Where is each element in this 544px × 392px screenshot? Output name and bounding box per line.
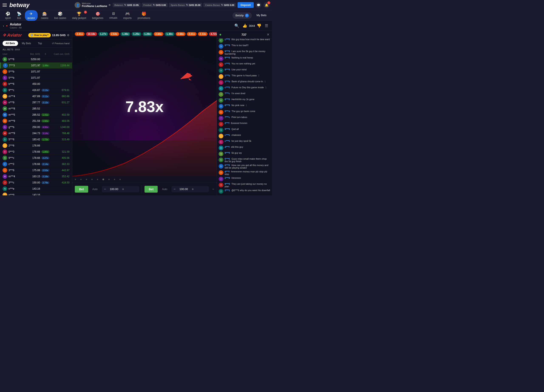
online-dot — [219, 34, 221, 36]
chat-message-content: 7***c Pink turn taboo — [225, 116, 270, 119]
back-button[interactable]: ‹ — [3, 24, 4, 27]
favorite-button[interactable]: ♥ — [6, 24, 8, 27]
top-header: betway 👤 Welcome FirstName LastName 👁 Ba… — [0, 0, 272, 10]
chat-header: 737 ✕ — [217, 31, 272, 38]
chat-close-button[interactable]: ✕ — [267, 33, 269, 36]
user-cell: 7 7***3 — [3, 63, 22, 68]
nav-casino[interactable]: 🎰 casino — [38, 10, 51, 21]
bet-amount: 1071.97 — [21, 76, 40, 79]
nav-daily-jackpot[interactable]: 🏆 daily jackpot 0 — [70, 10, 89, 21]
username: 5***b — [8, 76, 14, 79]
chat-title: 737 — [241, 33, 246, 36]
user-cell: M m***8 — [3, 106, 21, 111]
chat-text: Quit all — [231, 128, 239, 130]
list-item: 9 9***9 I am sure the 5k guy it be money… — [219, 50, 270, 55]
cashout-amount: 1240.00 — [51, 126, 70, 129]
nav-live-casino[interactable]: 🎲 live casino — [52, 10, 69, 21]
search-icon[interactable]: 🔍 — [234, 23, 240, 29]
list-item: 9 9***9 They are just taking our money n… — [219, 183, 270, 188]
nav-aviator[interactable]: ✈ aviator — [25, 10, 38, 21]
user-cell: 5 5***b — [3, 76, 21, 80]
how-to-play-button[interactable]: 🔘 How to play? — [28, 33, 51, 37]
multiplier-badge: 1.80x — [41, 150, 50, 153]
tab-my-bets[interactable]: My Bets — [19, 41, 34, 46]
nav-esports[interactable]: 🎮 esports — [121, 10, 134, 21]
timeline-dot — [108, 179, 110, 180]
nav-virtuals[interactable]: 🖥 virtuals — [107, 10, 120, 21]
user-cell: M m***4 — [3, 94, 21, 99]
tab-all-bets[interactable]: All Bets — [3, 41, 18, 46]
table-row: C c***3 178.66 2.14x 382.33 — [0, 161, 72, 167]
bet-amount-input[interactable] — [108, 188, 120, 191]
chat-icon[interactable]: 💬 — [255, 2, 261, 8]
username: m***4 — [8, 175, 15, 178]
prev-hand-button[interactable]: ↺ Previous hand — [52, 41, 70, 46]
cashout-amount: 402.59 — [51, 113, 70, 116]
balance-item[interactable]: Balance: ↻ GHS 13.95 — [113, 3, 140, 7]
nav-sport[interactable]: ⚽ sport — [3, 10, 13, 21]
multiplier-badge: 2.79x — [41, 181, 50, 184]
multiplier-badge: 1.92x — [41, 119, 50, 122]
dislike-button[interactable]: 👎 — [256, 23, 262, 29]
nav-promotions[interactable]: 🎁 promotions — [135, 10, 153, 21]
user-cell: 3 3***6 — [3, 168, 21, 173]
nav-betgames[interactable]: 🎯 betgames — [89, 10, 106, 21]
prev-hand-label: Previous hand — [55, 42, 70, 45]
user-cell: C c***3 — [3, 162, 21, 166]
betslip-button[interactable]: Betslip 0 — [232, 12, 252, 19]
decrease-bet-2[interactable]: − — [174, 187, 176, 191]
menu-button[interactable] — [3, 4, 7, 6]
avatar: B — [3, 82, 7, 86]
decrease-bet[interactable]: − — [104, 187, 106, 191]
breadcrumb-info: Aviator Casino › All — [10, 23, 22, 29]
casino-link[interactable]: Casino — [10, 26, 17, 29]
list-item: 0 0***d The guy go bank come — [219, 110, 270, 115]
username: b***6 — [8, 83, 14, 85]
sports-bonus-item[interactable]: Sports Bonus: ↻ GHS 20.00 — [169, 3, 202, 7]
multiplier-pill: 1.25x — [131, 32, 141, 36]
user-cell: M m***9 — [3, 119, 21, 123]
bet-amount-input-2[interactable] — [177, 188, 190, 191]
chat-text: Nothing is real herep — [231, 56, 253, 59]
avatar: 9 — [3, 156, 7, 160]
chat-username: 8***0 — [225, 98, 230, 101]
bet-button-1[interactable]: Bet — [75, 186, 88, 193]
multiplier-cell: 2.53x — [40, 169, 51, 172]
chat-message-content: 9***9 I am sure the 5k guy it be money l… — [225, 50, 270, 55]
username: 9***c — [8, 156, 14, 160]
chat-username: 6***6 — [225, 158, 230, 160]
chat-username: 9***9 — [225, 50, 230, 53]
all-link[interactable]: All — [19, 26, 22, 29]
chat-message-content: c***5 this guy kraa how much he dew want — [225, 38, 270, 41]
chat-username: 1***b — [225, 80, 230, 83]
notification-icon[interactable]: 🔔 1 — [264, 2, 269, 8]
mybets-button[interactable]: My Bets — [254, 12, 269, 19]
list-item: C c***5 chaleeee — [219, 134, 270, 138]
username: m***9 — [8, 132, 15, 135]
avatar: 5 — [3, 69, 7, 74]
privacy-icon[interactable]: 👁 — [108, 4, 111, 6]
auto-button-1[interactable]: Auto — [91, 187, 100, 191]
avatar: M — [3, 94, 7, 99]
increase-bet-2[interactable]: + — [192, 187, 194, 191]
list-item: C c***5 Future no Dey this game inside 1 — [219, 86, 270, 91]
bet-amount: 143.16 — [21, 187, 40, 190]
deposit-button[interactable]: Deposit — [237, 2, 254, 8]
auto-button-2[interactable]: Auto — [160, 187, 169, 191]
multiplier-cell: 4.96x — [40, 126, 51, 129]
casino-bonus-item[interactable]: Casino Bonus: ↻ GHS 0.00 — [203, 3, 236, 7]
increase-bet[interactable]: + — [122, 187, 124, 191]
freebet-item[interactable]: Freebet: ↻ GHS 0.00 — [142, 3, 168, 7]
nav-live-label: live — [17, 17, 21, 20]
user-cell: G g***b — [3, 125, 21, 130]
nav-live[interactable]: 📡 live — [14, 10, 24, 21]
more-options-icon[interactable]: ☰ — [264, 23, 269, 29]
multiplier-pill: 4.72x — [209, 32, 217, 36]
tab-top[interactable]: Top — [35, 41, 45, 46]
close-panel-icon[interactable]: − — [212, 187, 214, 191]
like-button[interactable]: 👍 — [242, 23, 248, 29]
username: m***5 — [8, 113, 15, 116]
multiplier-badge: 1.09x — [41, 64, 50, 67]
settings-icon[interactable]: ⚙ — [67, 34, 70, 37]
bet-button-2[interactable]: Bet — [144, 186, 158, 193]
